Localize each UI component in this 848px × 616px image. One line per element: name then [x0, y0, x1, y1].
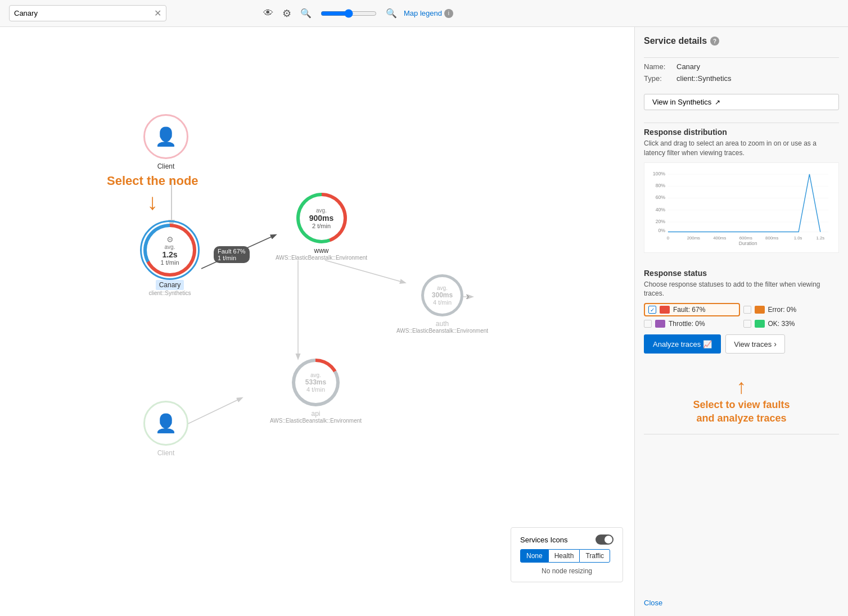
auth-avg: avg. [437, 285, 448, 291]
select-node-annotation: Select the node ↓ [107, 173, 199, 215]
api-avg: avg. [310, 372, 321, 378]
api-inner: avg. 533ms 4 t/min [295, 362, 336, 403]
analyze-icon: 📈 [703, 340, 712, 348]
legend-no-resize: No node resizing [520, 567, 614, 575]
svg-text:60%: 60% [656, 194, 666, 200]
client-bottom-icon: 👤 [155, 413, 177, 434]
analyze-traces-label: Analyze traces [653, 340, 701, 348]
error-checkbox[interactable] [743, 306, 751, 314]
zoom-in-icon[interactable]: 🔍 [386, 8, 397, 19]
canary-sublabel: client::Synthetics [148, 290, 191, 296]
fault-status-item[interactable]: Fault: 67% [644, 303, 740, 316]
client-top-circle: 👤 [143, 114, 188, 159]
toggle-track[interactable] [596, 535, 614, 545]
svg-text:0%: 0% [658, 228, 665, 233]
api-sublabel: AWS::ElasticBeanstalk::Environment [270, 418, 362, 424]
legend-buttons-row: None Health Traffic [520, 549, 614, 563]
canary-value: 1.2s [162, 250, 177, 259]
settings-icon[interactable]: ⚙ [282, 7, 291, 20]
error-status-item[interactable]: Error: 0% [743, 303, 840, 316]
auth-node[interactable]: avg. 300ms 4 t/min auth AWS::ElasticBean… [396, 274, 488, 334]
throttle-checkbox[interactable] [644, 320, 652, 328]
legend-services-row: Services Icons [520, 535, 614, 545]
panel-title-text: Service details [644, 36, 707, 46]
response-dist-desc: Click and drag to select an area to zoom… [644, 139, 839, 158]
response-status-title: Response status [644, 269, 839, 278]
fault-badge-line1: Fault 67% [218, 248, 246, 255]
toolbar: ✕ 👁 ⚙ 🔍 🔍 Map legend i [0, 0, 848, 27]
chart-svg: 100% 80% 60% 40% 20% 0% 0 [649, 167, 834, 246]
panel-info-icon[interactable]: ? [710, 37, 719, 46]
analyze-traces-button[interactable]: Analyze traces 📈 [644, 334, 721, 354]
view-traces-label: View traces [734, 340, 772, 348]
canary-ring: ⚙ avg. 1.2s 1 t/min [143, 224, 196, 277]
auth-label: auth [436, 320, 449, 328]
legend-services-label: Services Icons [520, 536, 568, 544]
svg-line-2 [325, 260, 405, 283]
www-ring: avg. 900ms 2 t/min [296, 193, 347, 243]
client-top-node[interactable]: 👤 Client [143, 114, 188, 170]
main-layout: 👤 Client Select the node ↓ Fault 67% 1 t… [0, 27, 848, 616]
svg-text:100%: 100% [653, 170, 665, 176]
right-panel: Service details ? Name: Canary Type: cli… [634, 27, 848, 616]
panel-annotation-arrow: ↑ [737, 375, 747, 398]
www-inner: avg. 900ms 2 t/min [300, 196, 344, 240]
none-button[interactable]: None [520, 549, 549, 563]
zoom-range[interactable] [321, 9, 377, 18]
name-row: Name: Canary [644, 62, 839, 71]
view-synthetics-button[interactable]: View in Synthetics ↗ [644, 94, 839, 110]
legend-box: Services Icons None Health Traffic No no… [511, 527, 623, 582]
api-label: api [312, 410, 321, 418]
view-mode-buttons: None Health Traffic [520, 549, 610, 563]
annotation1-arrow: ↓ [147, 189, 158, 215]
toolbar-icons: 👁 ⚙ 🔍 🔍 [263, 7, 397, 20]
response-dist-title: Response distribution [644, 128, 839, 137]
view-synthetics-label: View in Synthetics [652, 98, 711, 106]
ok-checkbox[interactable] [743, 320, 751, 328]
api-ring: avg. 533ms 4 t/min [292, 359, 340, 406]
panel-title: Service details ? [644, 36, 839, 46]
www-tpm: 2 t/min [312, 223, 331, 229]
map-area[interactable]: 👤 Client Select the node ↓ Fault 67% 1 t… [0, 27, 634, 616]
client-top-icon: 👤 [155, 126, 177, 147]
info-icon[interactable]: i [444, 9, 453, 18]
svg-text:600ms: 600ms [739, 235, 752, 241]
annotation1-text: Select the node [107, 173, 199, 189]
svg-text:200ms: 200ms [687, 235, 700, 241]
map-legend-label: Map legend [404, 9, 442, 17]
search-input[interactable] [14, 9, 154, 17]
client-top-label: Client [157, 162, 175, 170]
client-bottom-node[interactable]: 👤 Client [143, 401, 188, 457]
zoom-out-icon[interactable]: 🔍 [300, 8, 312, 19]
search-box[interactable]: ✕ [9, 5, 166, 21]
chevron-right-icon: › [774, 339, 777, 348]
throttle-color [655, 320, 665, 328]
eye-icon[interactable]: 👁 [263, 7, 273, 19]
type-label: Type: [644, 74, 672, 83]
health-button[interactable]: Health [549, 549, 580, 563]
svg-text:Duration: Duration [739, 240, 757, 246]
auth-ring: avg. 300ms 4 t/min [421, 274, 463, 316]
ok-status-item[interactable]: OK: 33% [743, 320, 840, 328]
traffic-button[interactable]: Traffic [579, 549, 610, 563]
view-traces-button[interactable]: View traces › [725, 334, 785, 354]
auth-value: 300ms [432, 291, 453, 299]
www-avg: avg. [316, 207, 327, 214]
close-link[interactable]: Close [644, 599, 839, 607]
external-link-icon: ↗ [715, 98, 720, 106]
chevron-right-icon: › [466, 289, 470, 302]
www-node[interactable]: avg. 900ms 2 t/min www AWS::ElasticBeans… [276, 193, 367, 261]
canary-node[interactable]: ⚙ avg. 1.2s 1 t/min Canary client::Synth… [143, 224, 196, 296]
throttle-status-item[interactable]: Throttle: 0% [644, 320, 740, 328]
api-tpm: 4 t/min [306, 386, 325, 393]
response-dist-chart[interactable]: 100% 80% 60% 40% 20% 0% 0 [644, 162, 839, 253]
svg-text:1.0s: 1.0s [794, 235, 802, 241]
services-toggle[interactable] [596, 535, 614, 545]
fault-checkbox[interactable] [648, 306, 656, 314]
api-node[interactable]: avg. 533ms 4 t/min api AWS::ElasticBeans… [270, 359, 362, 424]
zoom-slider[interactable] [321, 9, 377, 18]
clear-search-icon[interactable]: ✕ [154, 8, 161, 19]
map-legend-button[interactable]: Map legend i [404, 9, 453, 18]
api-value: 533ms [305, 378, 326, 386]
svg-text:400ms: 400ms [713, 235, 726, 241]
